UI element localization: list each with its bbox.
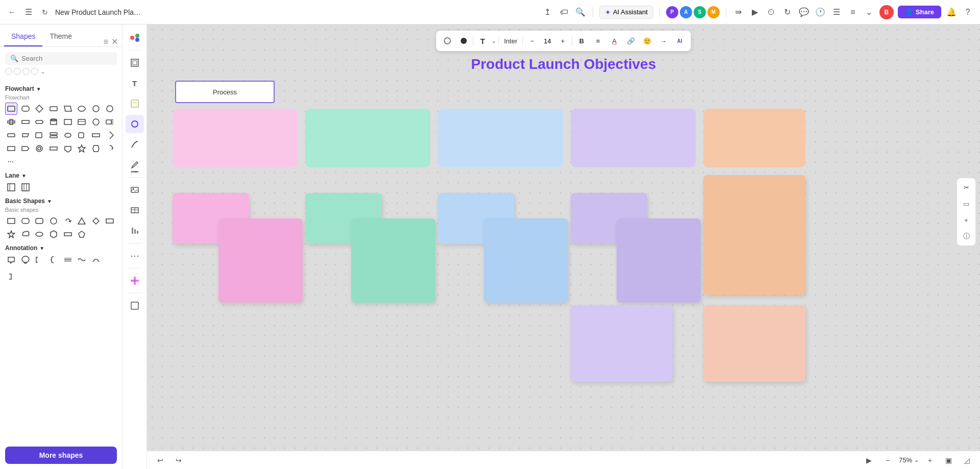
shape-stadium[interactable] xyxy=(33,116,45,128)
cursor-icon[interactable]: ▶ xyxy=(862,453,876,467)
expand-icon[interactable]: ⇛ xyxy=(732,6,745,18)
tool-palette[interactable] xyxy=(126,29,144,47)
teal-note-2[interactable] xyxy=(351,218,435,303)
basic-star[interactable] xyxy=(5,228,17,240)
more-shapes-button[interactable]: More shapes xyxy=(5,447,117,464)
basic-diamond[interactable] xyxy=(90,215,102,227)
redo-button[interactable]: ↪ xyxy=(172,453,186,467)
ann-brace[interactable] xyxy=(47,254,60,266)
shape-diamond[interactable] xyxy=(33,103,45,115)
format-fill-circle[interactable] xyxy=(456,34,471,48)
undo-button[interactable]: ↩ xyxy=(153,453,167,467)
shape-r5-4[interactable] xyxy=(47,142,60,155)
shape-r4-6[interactable] xyxy=(104,129,116,141)
shape-r3-5[interactable] xyxy=(5,129,17,141)
play-icon[interactable]: ▶ xyxy=(749,6,761,18)
tab-shapes[interactable]: Shapes xyxy=(4,27,42,46)
section-annotation[interactable]: Annotation ▼ xyxy=(5,244,117,252)
fullscreen-icon[interactable]: ◿ xyxy=(960,453,974,467)
blue-header-block[interactable] xyxy=(438,109,563,167)
shape-r4-3[interactable] xyxy=(62,129,74,141)
orange-note-1[interactable] xyxy=(703,175,805,295)
lane-2[interactable] xyxy=(19,181,32,193)
shape-bar2[interactable] xyxy=(19,116,32,128)
share-button[interactable]: 👤 Share xyxy=(898,6,941,18)
filter-dot-2[interactable] xyxy=(14,68,21,75)
sort-icon[interactable]: ≡ xyxy=(104,37,108,46)
search-input[interactable] xyxy=(21,55,112,62)
tool-plugin[interactable] xyxy=(126,271,144,290)
orange-note-2[interactable] xyxy=(703,305,805,382)
share2-icon[interactable]: ↻ xyxy=(781,6,794,18)
section-flowchart[interactable]: Flowchart ▼ xyxy=(5,85,117,92)
lavender-note-3[interactable] xyxy=(571,305,673,382)
chat-icon[interactable]: 💬 xyxy=(798,6,810,18)
font-size-increase[interactable]: + xyxy=(556,34,570,48)
format-color[interactable]: A xyxy=(607,34,622,48)
tool-frame[interactable] xyxy=(126,54,144,72)
tool-table[interactable] xyxy=(126,201,144,219)
shape-rectangle[interactable] xyxy=(5,103,17,115)
blue-note-2[interactable] xyxy=(484,218,568,303)
ai-assistant-button[interactable]: ✦ AI Assistant xyxy=(599,6,653,19)
shape-r5-1[interactable] xyxy=(5,142,17,155)
tool-text[interactable]: T xyxy=(126,74,144,92)
back-button[interactable]: ← xyxy=(6,6,18,18)
shape-r6-5[interactable] xyxy=(5,156,17,168)
zoom-out-icon[interactable]: − xyxy=(880,453,895,467)
orange-header-block[interactable] xyxy=(703,109,805,167)
font-family-selector[interactable]: Inter xyxy=(501,36,520,46)
chevron-down-icon[interactable]: ⌄ xyxy=(863,6,875,18)
shape-r4-4[interactable] xyxy=(76,129,88,141)
format-link[interactable]: 🔗 xyxy=(624,34,638,48)
shape-r4-5[interactable] xyxy=(90,129,102,141)
process-box[interactable]: Process xyxy=(175,81,275,103)
font-size-decrease[interactable]: − xyxy=(525,34,540,48)
shape-parallelogram[interactable] xyxy=(62,103,74,115)
format-align[interactable]: ≡ xyxy=(591,34,605,48)
shape-r3-1[interactable] xyxy=(62,116,74,128)
menu-icon[interactable]: ☰ xyxy=(22,6,35,18)
basic-hex[interactable] xyxy=(47,228,60,240)
format-text-style[interactable]: T xyxy=(475,34,489,48)
basic-tape[interactable] xyxy=(62,228,74,240)
rm-info-icon[interactable]: ⓘ xyxy=(959,229,973,243)
tag-icon[interactable]: 🏷 xyxy=(558,6,570,18)
basic-cloud[interactable] xyxy=(19,228,32,240)
canvas-area[interactable]: T ⌄ Inter − 14 + B ≡ A 🔗 🙂 → AI xyxy=(147,24,980,469)
fit-icon[interactable]: ▣ xyxy=(941,453,955,467)
lane-1[interactable] xyxy=(5,181,17,193)
shape-r4-1[interactable] xyxy=(33,129,45,141)
pink-note-2[interactable] xyxy=(218,218,303,303)
zoom-value[interactable]: 75% xyxy=(899,456,912,464)
filter-dot-1[interactable] xyxy=(5,68,12,75)
shape-ellipse[interactable] xyxy=(76,103,88,115)
format-emoji[interactable]: 🙂 xyxy=(640,34,654,48)
basic-circle[interactable] xyxy=(47,215,60,227)
ann-arc[interactable] xyxy=(90,254,102,266)
shape-r5-2[interactable] xyxy=(19,142,32,155)
zoom-chevron-icon[interactable]: ⌄ xyxy=(914,457,919,463)
ann-round[interactable] xyxy=(19,254,32,266)
shape-circle2[interactable] xyxy=(104,103,116,115)
format-arrow[interactable]: → xyxy=(656,34,671,48)
format-circle[interactable] xyxy=(440,34,454,48)
filter-icon[interactable]: ≡ xyxy=(847,6,859,18)
format-ai[interactable]: AI xyxy=(673,34,687,48)
tool-shapes[interactable] xyxy=(126,115,144,133)
basic-rect2[interactable] xyxy=(104,215,116,227)
section-basic-shapes[interactable]: Basic Shapes ▼ xyxy=(5,198,117,205)
rm-crop-icon[interactable]: ✂ xyxy=(959,180,973,194)
shape-horiz-bar[interactable] xyxy=(5,116,17,128)
shape-rect2[interactable] xyxy=(47,103,60,115)
format-font-arrow[interactable]: ⌄ xyxy=(492,38,496,44)
ann-rect[interactable] xyxy=(5,254,17,266)
shape-r3-6[interactable] xyxy=(19,129,32,141)
table-icon[interactable]: ☰ xyxy=(830,6,843,18)
clock-icon[interactable]: 🕐 xyxy=(814,6,826,18)
shape-r6-2[interactable] xyxy=(76,142,88,155)
tab-theme[interactable]: Theme xyxy=(42,27,79,46)
tool-connector[interactable] xyxy=(126,135,144,154)
refresh-icon[interactable]: ↻ xyxy=(39,6,51,18)
tool-chart[interactable] xyxy=(126,221,144,240)
